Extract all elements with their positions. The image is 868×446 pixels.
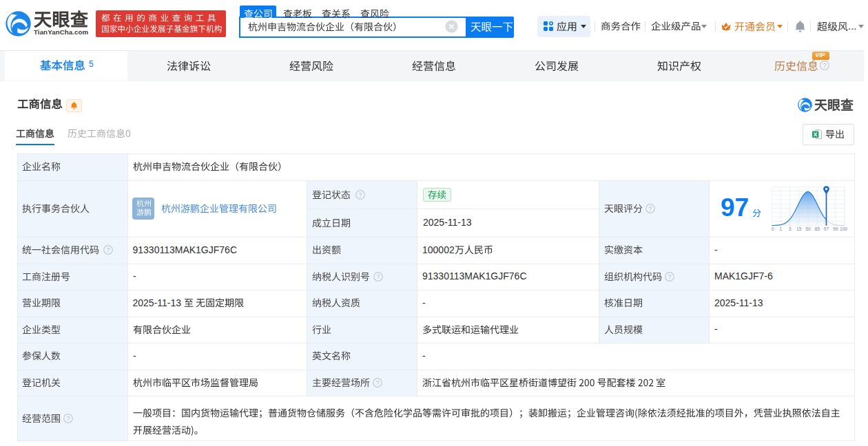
svg-text:?: ? (66, 415, 70, 422)
svg-text:?: ? (376, 273, 380, 280)
svg-text:?: ? (375, 379, 379, 386)
svg-text:3: 3 (789, 226, 792, 231)
svg-text:?: ? (358, 191, 362, 198)
svg-text:15: 15 (796, 226, 802, 231)
svg-text:?: ? (648, 205, 652, 212)
svg-text:?: ? (106, 246, 110, 253)
svg-text:?: ? (823, 62, 826, 69)
svg-text:97: 97 (824, 226, 829, 231)
svg-text:1: 1 (779, 226, 782, 231)
svg-text:100: 100 (840, 226, 847, 231)
svg-text:?: ? (668, 273, 671, 280)
svg-text:85: 85 (815, 226, 820, 231)
svg-text:99: 99 (833, 226, 838, 231)
svg-text:50: 50 (805, 226, 811, 231)
svg-text:0: 0 (772, 226, 774, 231)
